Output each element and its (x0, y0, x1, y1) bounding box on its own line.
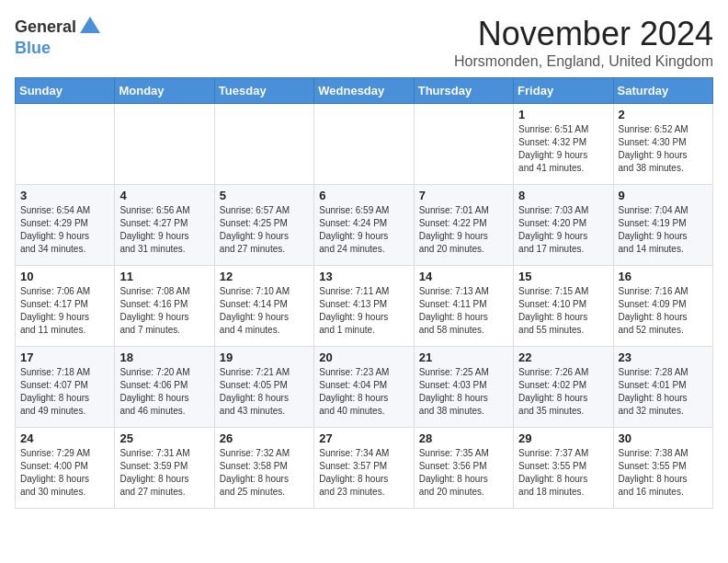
calendar-cell: 2Sunrise: 6:52 AM Sunset: 4:30 PM Daylig… (613, 104, 712, 185)
day-info: Sunrise: 6:52 AM Sunset: 4:30 PM Dayligh… (619, 123, 708, 175)
day-number: 21 (419, 350, 508, 364)
day-info: Sunrise: 7:26 AM Sunset: 4:02 PM Dayligh… (518, 366, 608, 418)
calendar-cell: 11Sunrise: 7:08 AM Sunset: 4:16 PM Dayli… (115, 266, 214, 347)
calendar-cell: 13Sunrise: 7:11 AM Sunset: 4:13 PM Dayli… (314, 266, 414, 347)
day-info: Sunrise: 7:06 AM Sunset: 4:17 PM Dayligh… (20, 285, 109, 337)
calendar-cell: 5Sunrise: 6:57 AM Sunset: 4:25 PM Daylig… (214, 185, 313, 266)
calendar-cell: 15Sunrise: 7:15 AM Sunset: 4:10 PM Dayli… (514, 266, 613, 347)
day-info: Sunrise: 7:21 AM Sunset: 4:05 PM Dayligh… (220, 366, 309, 418)
calendar-cell: 20Sunrise: 7:23 AM Sunset: 4:04 PM Dayli… (314, 347, 414, 428)
day-number: 24 (20, 431, 109, 445)
day-info: Sunrise: 7:20 AM Sunset: 4:06 PM Dayligh… (119, 366, 209, 418)
calendar-cell: 6Sunrise: 6:59 AM Sunset: 4:24 PM Daylig… (314, 185, 414, 266)
calendar-cell (214, 104, 313, 185)
day-number: 12 (220, 270, 309, 283)
day-info: Sunrise: 7:15 AM Sunset: 4:10 PM Dayligh… (518, 285, 608, 337)
calendar-cell: 1Sunrise: 6:51 AM Sunset: 4:32 PM Daylig… (514, 104, 613, 185)
logo: General Blue (15, 15, 100, 58)
day-info: Sunrise: 6:57 AM Sunset: 4:25 PM Dayligh… (220, 204, 309, 256)
calendar-week-3: 17Sunrise: 7:18 AM Sunset: 4:07 PM Dayli… (16, 347, 713, 428)
header-monday: Monday (115, 78, 214, 104)
day-info: Sunrise: 7:23 AM Sunset: 4:04 PM Dayligh… (319, 366, 408, 418)
day-info: Sunrise: 7:29 AM Sunset: 4:00 PM Dayligh… (20, 447, 109, 499)
calendar-cell: 3Sunrise: 6:54 AM Sunset: 4:29 PM Daylig… (16, 185, 115, 266)
header-saturday: Saturday (613, 78, 712, 104)
day-info: Sunrise: 7:16 AM Sunset: 4:09 PM Dayligh… (619, 285, 708, 337)
day-number: 15 (518, 270, 608, 283)
header-thursday: Thursday (414, 78, 513, 104)
day-info: Sunrise: 7:37 AM Sunset: 3:55 PM Dayligh… (518, 447, 608, 499)
day-number: 1 (518, 108, 608, 121)
svg-marker-0 (80, 17, 100, 33)
day-info: Sunrise: 6:51 AM Sunset: 4:32 PM Dayligh… (518, 123, 608, 175)
day-number: 26 (220, 431, 309, 445)
calendar-week-2: 10Sunrise: 7:06 AM Sunset: 4:17 PM Dayli… (16, 266, 713, 347)
header-friday: Friday (514, 78, 613, 104)
day-info: Sunrise: 7:28 AM Sunset: 4:01 PM Dayligh… (619, 366, 708, 418)
day-number: 18 (119, 350, 209, 364)
title-area: November 2024 Horsmonden, England, Unite… (454, 15, 713, 70)
calendar-cell: 12Sunrise: 7:10 AM Sunset: 4:14 PM Dayli… (214, 266, 313, 347)
day-number: 16 (619, 270, 708, 283)
day-number: 9 (619, 189, 708, 202)
day-number: 11 (119, 270, 209, 283)
day-info: Sunrise: 7:31 AM Sunset: 3:59 PM Dayligh… (119, 447, 209, 499)
day-info: Sunrise: 6:54 AM Sunset: 4:29 PM Dayligh… (20, 204, 109, 256)
logo-icon (80, 15, 100, 35)
calendar-cell (16, 104, 115, 185)
calendar-cell (314, 104, 414, 185)
calendar-cell: 8Sunrise: 7:03 AM Sunset: 4:20 PM Daylig… (514, 185, 613, 266)
day-number: 20 (319, 350, 408, 364)
day-info: Sunrise: 7:25 AM Sunset: 4:03 PM Dayligh… (419, 366, 508, 418)
calendar-cell: 18Sunrise: 7:20 AM Sunset: 4:06 PM Dayli… (115, 347, 214, 428)
calendar-cell: 10Sunrise: 7:06 AM Sunset: 4:17 PM Dayli… (16, 266, 115, 347)
day-number: 10 (20, 270, 109, 283)
header-tuesday: Tuesday (214, 78, 313, 104)
day-info: Sunrise: 7:01 AM Sunset: 4:22 PM Dayligh… (419, 204, 508, 256)
calendar-week-0: 1Sunrise: 6:51 AM Sunset: 4:32 PM Daylig… (16, 104, 713, 185)
day-info: Sunrise: 7:18 AM Sunset: 4:07 PM Dayligh… (20, 366, 109, 418)
calendar-cell: 25Sunrise: 7:31 AM Sunset: 3:59 PM Dayli… (115, 428, 214, 509)
day-info: Sunrise: 6:59 AM Sunset: 4:24 PM Dayligh… (319, 204, 408, 256)
day-info: Sunrise: 7:13 AM Sunset: 4:11 PM Dayligh… (419, 285, 508, 337)
month-title: November 2024 (454, 15, 713, 53)
header-sunday: Sunday (16, 78, 115, 104)
day-number: 13 (319, 270, 408, 283)
calendar-cell: 26Sunrise: 7:32 AM Sunset: 3:58 PM Dayli… (214, 428, 313, 509)
logo-general: General (15, 17, 76, 37)
day-info: Sunrise: 7:34 AM Sunset: 3:57 PM Dayligh… (319, 447, 408, 499)
day-number: 19 (220, 350, 309, 364)
calendar-week-4: 24Sunrise: 7:29 AM Sunset: 4:00 PM Dayli… (16, 428, 713, 509)
day-info: Sunrise: 7:32 AM Sunset: 3:58 PM Dayligh… (220, 447, 309, 499)
calendar-cell (115, 104, 214, 185)
day-number: 6 (319, 189, 408, 202)
header-wednesday: Wednesday (314, 78, 414, 104)
logo-blue: Blue (15, 39, 51, 57)
day-number: 23 (619, 350, 708, 364)
calendar-cell: 24Sunrise: 7:29 AM Sunset: 4:00 PM Dayli… (16, 428, 115, 509)
header: General Blue November 2024 Horsmonden, E… (15, 15, 713, 70)
calendar-cell: 29Sunrise: 7:37 AM Sunset: 3:55 PM Dayli… (514, 428, 613, 509)
day-number: 8 (518, 189, 608, 202)
day-info: Sunrise: 7:08 AM Sunset: 4:16 PM Dayligh… (119, 285, 209, 337)
header-row: Sunday Monday Tuesday Wednesday Thursday… (16, 78, 713, 104)
day-number: 30 (619, 431, 708, 445)
calendar-cell: 16Sunrise: 7:16 AM Sunset: 4:09 PM Dayli… (613, 266, 712, 347)
calendar-cell: 19Sunrise: 7:21 AM Sunset: 4:05 PM Dayli… (214, 347, 313, 428)
day-info: Sunrise: 7:03 AM Sunset: 4:20 PM Dayligh… (518, 204, 608, 256)
calendar-cell: 14Sunrise: 7:13 AM Sunset: 4:11 PM Dayli… (414, 266, 513, 347)
day-info: Sunrise: 7:38 AM Sunset: 3:55 PM Dayligh… (619, 447, 708, 499)
calendar-table: Sunday Monday Tuesday Wednesday Thursday… (15, 77, 713, 509)
day-number: 29 (518, 431, 608, 445)
day-number: 5 (220, 189, 309, 202)
calendar-week-1: 3Sunrise: 6:54 AM Sunset: 4:29 PM Daylig… (16, 185, 713, 266)
calendar-body: 1Sunrise: 6:51 AM Sunset: 4:32 PM Daylig… (16, 104, 713, 509)
calendar-cell: 27Sunrise: 7:34 AM Sunset: 3:57 PM Dayli… (314, 428, 414, 509)
day-number: 22 (518, 350, 608, 364)
calendar-cell: 28Sunrise: 7:35 AM Sunset: 3:56 PM Dayli… (414, 428, 513, 509)
calendar-cell: 17Sunrise: 7:18 AM Sunset: 4:07 PM Dayli… (16, 347, 115, 428)
day-info: Sunrise: 7:35 AM Sunset: 3:56 PM Dayligh… (419, 447, 508, 499)
calendar-header: Sunday Monday Tuesday Wednesday Thursday… (16, 78, 713, 104)
calendar-cell: 4Sunrise: 6:56 AM Sunset: 4:27 PM Daylig… (115, 185, 214, 266)
day-number: 25 (119, 431, 209, 445)
